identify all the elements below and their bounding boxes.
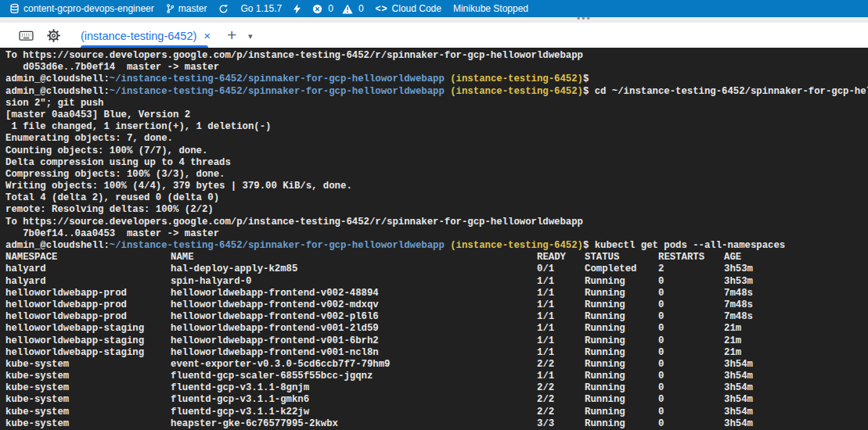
prompt-env: (instance-testing-6452) xyxy=(450,240,583,251)
pod-cell: 3h54m xyxy=(724,407,753,418)
pod-cell: 1/1 xyxy=(537,371,554,382)
project-name: content-gcpro-devops-engineer xyxy=(23,3,154,14)
pod-column-header: NAMESPACE xyxy=(5,252,57,263)
pod-cell: 0 xyxy=(658,407,664,418)
pod-cell: 0/1 xyxy=(537,263,554,275)
pod-cell: kube-system xyxy=(5,371,69,382)
gear-icon[interactable] xyxy=(46,28,61,45)
pod-cell: 1/1 xyxy=(537,299,554,311)
statusbar-cloud-code[interactable]: <> Cloud Code xyxy=(376,0,441,17)
tab-label: (instance-testing-6452) xyxy=(81,30,196,42)
pod-cell: helloworldwebapp-prod xyxy=(5,311,127,323)
terminal-text: sion 2"; git push xyxy=(5,98,103,109)
panel-splitter: ••• xyxy=(0,17,868,23)
pod-cell: 3h53m xyxy=(724,263,753,275)
pod-cell: fluentd-gcp-v3.1.1-8gnjm xyxy=(171,382,309,394)
cloud-code-label: Cloud Code xyxy=(392,3,441,14)
prompt-command: $ cd ~/instance-testing-6452/spinnaker-f… xyxy=(583,86,868,97)
pod-cell: helloworldwebapp-frontend-v001-2ld59 xyxy=(171,323,379,335)
terminal-line: Writing objects: 100% (4/4), 379 bytes |… xyxy=(5,181,868,192)
pod-cell: 3h53m xyxy=(724,276,753,288)
terminal-line: To https://source.developers.google.com/… xyxy=(5,217,868,228)
prompt-env: (instance-testing-6452) xyxy=(450,73,583,84)
pod-cell: Running xyxy=(585,382,625,394)
pod-cell: 0 xyxy=(658,418,664,430)
sync-icon xyxy=(218,4,229,14)
pod-cell: event-exporter-v0.3.0-5cd6ccb7f7-79hm9 xyxy=(171,359,390,371)
terminal-tab-instance-testing-6452[interactable]: (instance-testing-6452) × xyxy=(81,26,211,45)
warning-icon xyxy=(342,4,353,14)
terminal-text: remote: Resolving deltas: 100% (2/2) xyxy=(5,204,214,215)
tab-options-caret-icon[interactable]: ▾ xyxy=(243,30,258,42)
pod-cell: Running xyxy=(585,418,625,430)
pod-cell: 0 xyxy=(658,311,664,323)
pod-cell: helloworldwebapp-staging xyxy=(5,335,144,347)
pod-cell: Running xyxy=(585,359,625,371)
pod-cell: 0 xyxy=(658,276,664,288)
code-brackets-icon: <> xyxy=(376,3,388,14)
pod-cell: Running xyxy=(585,299,625,311)
statusbar-problems[interactable]: 0 0 xyxy=(312,0,363,17)
terminal-text: [master 0aa0453] Blue, Version 2 xyxy=(5,109,190,120)
pod-cell: helloworldwebapp-frontend-v002-48894 xyxy=(171,288,379,299)
pod-cell: Running xyxy=(585,276,625,288)
pod-cell: kube-system xyxy=(5,382,69,394)
terminal-text: To https://source.developers.google.com/… xyxy=(5,217,583,228)
prompt-env: (instance-testing-6452) xyxy=(450,86,583,97)
error-icon xyxy=(312,4,322,14)
statusbar-project[interactable]: content-gcpro-devops-engineer xyxy=(9,0,154,17)
statusbar-branch[interactable]: master xyxy=(166,0,207,17)
lightning-icon xyxy=(294,4,301,14)
pod-row: kube-systemfluentd-gcp-v3.1.1-k22jw2/2Ru… xyxy=(5,407,868,418)
pod-cell: 0 xyxy=(658,323,664,335)
prompt-user: admin_@cloudshell: xyxy=(5,240,110,251)
pod-row: halyardhal-deploy-apply-k2m850/1Complete… xyxy=(5,263,868,275)
pod-cell: 1/1 xyxy=(537,335,554,347)
pod-cell: 7m48s xyxy=(724,311,753,323)
terminal-line: 1 file changed, 1 insertion(+), 1 deleti… xyxy=(5,121,868,133)
pod-cell: spin-halyard-0 xyxy=(171,276,251,288)
statusbar-sync[interactable] xyxy=(218,0,229,17)
pod-cell: helloworldwebapp-prod xyxy=(5,288,127,299)
statusbar-minikube[interactable]: Minikube Stopped xyxy=(453,0,528,17)
pod-cell: 21m xyxy=(724,347,741,359)
pod-cell: halyard xyxy=(5,276,46,288)
prompt-user: admin_@cloudshell: xyxy=(5,73,110,84)
pod-cell: helloworldwebapp-frontend-v001-6brh2 xyxy=(171,335,379,347)
terminal-output[interactable]: To https://source.developers.google.com/… xyxy=(0,48,868,430)
pod-row: halyardspin-halyard-01/1Running03h53m xyxy=(5,276,868,288)
pod-cell: helloworldwebapp-frontend-v001-ncl8n xyxy=(171,347,379,359)
prompt-user: admin_@cloudshell: xyxy=(5,86,110,97)
prompt-command: $ xyxy=(583,73,589,84)
pod-cell: 0 xyxy=(658,382,664,394)
pod-cell: 0 xyxy=(658,394,664,406)
pod-cell: fluentd-gcp-v3.1.1-k22jw xyxy=(171,407,309,418)
pod-cell: 3h54m xyxy=(724,418,753,430)
pod-cell: 1/1 xyxy=(537,311,554,323)
tab-close-icon[interactable]: × xyxy=(203,30,211,41)
top-status-bar: content-gcpro-devops-engineer master Go … xyxy=(0,0,868,17)
keyboard-icon[interactable] xyxy=(19,30,34,44)
pod-cell: 1/1 xyxy=(537,347,554,359)
statusbar-go-version[interactable]: Go 1.15.7 xyxy=(240,0,282,17)
pod-cell: 0 xyxy=(658,335,664,347)
pod-cell: 3h54m xyxy=(724,371,753,382)
new-tab-button[interactable]: + xyxy=(222,23,241,48)
terminal-line: Delta compression using up to 4 threads xyxy=(5,157,868,169)
pod-row: helloworldwebapp-prodhelloworldwebapp-fr… xyxy=(5,288,868,299)
pod-cell: 21m xyxy=(724,323,741,335)
branch-name: master xyxy=(178,3,207,14)
terminal-tab-bar: (instance-testing-6452) × + ▾ xyxy=(0,23,868,48)
statusbar-bolt[interactable] xyxy=(294,0,301,17)
pod-row: helloworldwebapp-staginghelloworldwebapp… xyxy=(5,347,868,359)
minikube-status-label: Minikube Stopped xyxy=(453,3,528,14)
terminal-line: To https://source.developers.google.com/… xyxy=(5,50,868,62)
terminal-line: d053d6e..7b0ef14 master -> master xyxy=(5,62,868,73)
pod-cell: 2/2 xyxy=(537,394,554,406)
warning-count: 0 xyxy=(358,3,364,14)
pod-row: kube-systemfluentd-gcp-v3.1.1-8gnjm2/2Ru… xyxy=(5,382,868,394)
prompt-path: ~/instance-testing-6452/spinnaker-for-gc… xyxy=(110,73,445,84)
pod-row: kube-systemheapster-gke-6c76577995-2kwbx… xyxy=(5,418,868,430)
git-branch-icon xyxy=(166,3,175,14)
terminal-text: Enumerating objects: 7, done. xyxy=(5,133,173,144)
